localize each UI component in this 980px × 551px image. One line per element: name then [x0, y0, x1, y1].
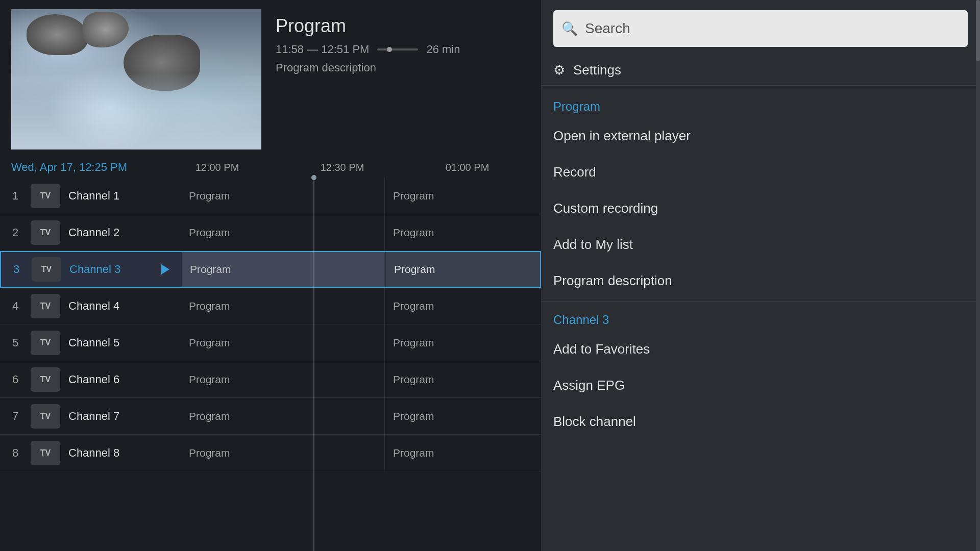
- progress-bar: [377, 48, 418, 51]
- epg-row-7[interactable]: 7TVChannel 7ProgramProgram: [0, 398, 541, 435]
- program-cell-past-3[interactable]: Program: [182, 252, 386, 287]
- channel-menu-items: Add to Favorites Assign EPG Block channe…: [541, 331, 980, 440]
- menu-item-block-channel[interactable]: Block channel: [541, 404, 980, 440]
- program-title: Program: [276, 15, 460, 37]
- program-cell-past-7[interactable]: Program: [181, 398, 385, 434]
- channel-name-6: Channel 6: [68, 373, 160, 386]
- menu-item-custom-recording[interactable]: Custom recording: [541, 190, 980, 227]
- epg-row-2[interactable]: 2TVChannel 2ProgramProgram: [0, 214, 541, 251]
- channel-icon-5: TV: [31, 331, 60, 355]
- current-datetime: Wed, Apr 17, 12:25 PM: [11, 161, 155, 174]
- time-marker-2: 12:30 PM: [280, 162, 405, 173]
- programs-area-4: ProgramProgram: [181, 288, 541, 324]
- programs-area-7: ProgramProgram: [181, 398, 541, 434]
- search-label: Search: [585, 20, 630, 37]
- time-marker-3: 01:00 PM: [405, 162, 530, 173]
- time-marker-1: 12:00 PM: [155, 162, 280, 173]
- channel-name-4: Channel 4: [68, 299, 160, 313]
- channel-number-8: 8: [0, 446, 31, 460]
- program-description: Program description: [276, 61, 460, 74]
- main-content: Program 11:58 — 12:51 PM 26 min Program …: [0, 0, 541, 551]
- programs-area-3: ProgramProgram: [182, 252, 540, 287]
- program-cell-current-8[interactable]: Program: [385, 435, 541, 471]
- video-preview[interactable]: [11, 9, 261, 149]
- search-box[interactable]: 🔍 Search: [553, 10, 968, 47]
- scrollbar-thumb[interactable]: [976, 0, 980, 61]
- program-cell-past-4[interactable]: Program: [181, 288, 385, 324]
- channel-name-3: Channel 3: [69, 263, 161, 276]
- programs-area-2: ProgramProgram: [181, 214, 541, 251]
- channel-number-1: 1: [0, 189, 31, 203]
- program-cell-current-3[interactable]: Program: [386, 252, 540, 287]
- menu-item-program-description[interactable]: Program description: [541, 263, 980, 299]
- channel-section-header: Channel 3: [541, 304, 980, 331]
- channel-name-8: Channel 8: [68, 446, 160, 460]
- epg-row-4[interactable]: 4TVChannel 4ProgramProgram: [0, 288, 541, 324]
- program-cell-past-1[interactable]: Program: [181, 178, 385, 214]
- program-cell-past-2[interactable]: Program: [181, 214, 385, 251]
- channel-number-2: 2: [0, 226, 31, 239]
- program-cell-current-4[interactable]: Program: [385, 288, 541, 324]
- context-menu: 🔍 Search ⚙ Settings Program Open in exte…: [541, 0, 980, 551]
- programs-area-8: ProgramProgram: [181, 435, 541, 471]
- channel-icon-3: TV: [32, 257, 61, 282]
- menu-item-assign-epg[interactable]: Assign EPG: [541, 367, 980, 404]
- channel-number-4: 4: [0, 299, 31, 313]
- program-cell-current-2[interactable]: Program: [385, 214, 541, 251]
- datetime-bar: Wed, Apr 17, 12:25 PM 12:00 PM 12:30 PM …: [0, 157, 541, 178]
- settings-label: Settings: [573, 62, 621, 78]
- programs-area-5: ProgramProgram: [181, 324, 541, 361]
- divider-2: [541, 301, 980, 302]
- channel-icon-8: TV: [31, 441, 60, 465]
- channel-name-5: Channel 5: [68, 336, 160, 349]
- programs-area-1: ProgramProgram: [181, 178, 541, 214]
- play-icon-col-3: [161, 264, 182, 274]
- epg-row-5[interactable]: 5TVChannel 5ProgramProgram: [0, 324, 541, 361]
- progress-dot: [387, 47, 392, 52]
- menu-item-add-to-my-list[interactable]: Add to My list: [541, 227, 980, 263]
- program-cell-past-5[interactable]: Program: [181, 324, 385, 361]
- channel-name-1: Channel 1: [68, 189, 160, 203]
- menu-item-record[interactable]: Record: [541, 154, 980, 190]
- epg-row-8[interactable]: 8TVChannel 8ProgramProgram: [0, 435, 541, 471]
- channel-number-7: 7: [0, 410, 31, 423]
- menu-item-open-external[interactable]: Open in external player: [541, 118, 980, 154]
- play-icon-3: [161, 264, 169, 274]
- gear-icon: ⚙: [553, 62, 565, 78]
- programs-area-6: ProgramProgram: [181, 361, 541, 397]
- program-cell-current-6[interactable]: Program: [385, 361, 541, 397]
- settings-row[interactable]: ⚙ Settings: [541, 55, 980, 86]
- channel-icon-1: TV: [31, 184, 60, 208]
- channel-number-6: 6: [0, 373, 31, 386]
- channel-name-7: Channel 7: [68, 410, 160, 423]
- program-cell-current-7[interactable]: Program: [385, 398, 541, 434]
- divider-1: [541, 88, 980, 88]
- epg-row-6[interactable]: 6TVChannel 6ProgramProgram: [0, 361, 541, 398]
- channel-icon-2: TV: [31, 220, 60, 245]
- program-menu-items: Open in external player Record Custom re…: [541, 118, 980, 299]
- menu-item-add-to-favorites[interactable]: Add to Favorites: [541, 331, 980, 367]
- channel-icon-6: TV: [31, 367, 60, 392]
- program-cell-past-8[interactable]: Program: [181, 435, 385, 471]
- channel-number-3: 3: [1, 263, 32, 276]
- video-thumbnail: [11, 9, 261, 149]
- progress-bar-container: [377, 48, 418, 51]
- program-time-range: 11:58 — 12:51 PM: [276, 43, 369, 56]
- program-cell-current-1[interactable]: Program: [385, 178, 541, 214]
- channel-name-2: Channel 2: [68, 226, 160, 239]
- epg-grid: 1TVChannel 1ProgramProgram2TVChannel 2Pr…: [0, 178, 541, 551]
- program-cell-past-6[interactable]: Program: [181, 361, 385, 397]
- epg-row-3[interactable]: 3TVChannel 3ProgramProgram: [0, 251, 541, 288]
- channel-icon-7: TV: [31, 404, 60, 429]
- program-section-header: Program: [541, 90, 980, 118]
- program-info: Program 11:58 — 12:51 PM 26 min Program …: [276, 15, 460, 74]
- time-markers: 12:00 PM 12:30 PM 01:00 PM: [155, 162, 530, 173]
- channel-icon-4: TV: [31, 294, 60, 318]
- channel-number-5: 5: [0, 336, 31, 349]
- search-icon: 🔍: [561, 21, 578, 37]
- program-cell-current-5[interactable]: Program: [385, 324, 541, 361]
- program-time-row: 11:58 — 12:51 PM 26 min: [276, 43, 460, 56]
- scrollbar[interactable]: [976, 0, 980, 551]
- program-duration: 26 min: [426, 43, 460, 56]
- epg-row-1[interactable]: 1TVChannel 1ProgramProgram: [0, 178, 541, 214]
